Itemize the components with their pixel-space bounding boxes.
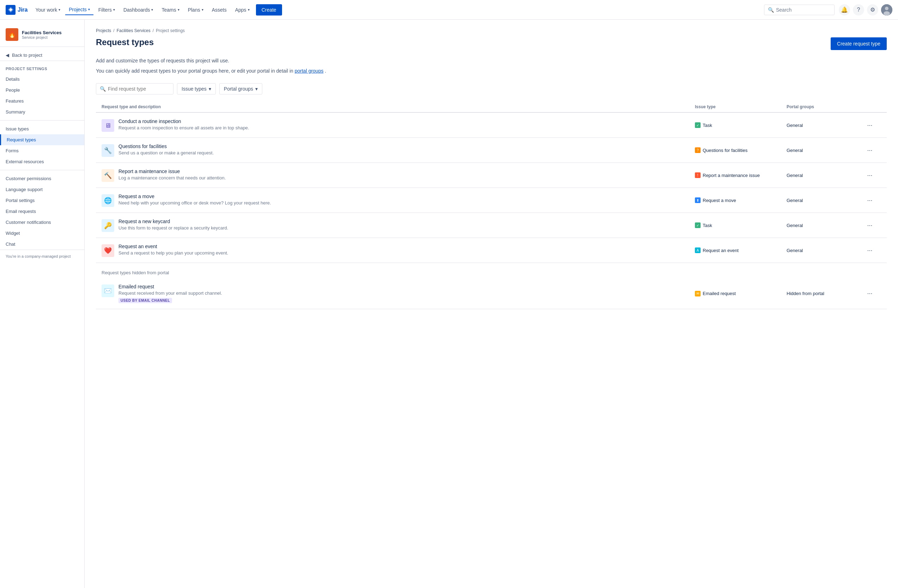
sidebar-item-chat[interactable]: Chat [0,239,84,250]
more-options-button[interactable]: ··· [864,170,875,181]
avatar-image [881,4,892,15]
page-description-1: Add and customize the types of requests … [96,57,887,64]
chevron-down-icon: ▾ [248,8,250,12]
sidebar-item-summary[interactable]: Summary [0,106,84,117]
sidebar-item-forms[interactable]: Forms [0,145,84,156]
search-request-type-input[interactable] [108,86,169,92]
issue-type-icon: ! [695,172,701,178]
sidebar-section-title: Project settings [0,64,84,74]
request-info: 🔧Questions for facilitiesSend us a quest… [101,143,695,157]
sidebar-item-widget[interactable]: Widget [0,228,84,239]
more-options-button[interactable]: ··· [864,195,875,206]
search-icon: 🔍 [768,7,774,13]
sidebar-item-language-support[interactable]: Language support [0,184,84,195]
notifications-icon[interactable]: 🔔 [839,4,850,15]
sidebar-item-request-types[interactable]: Request types [0,134,84,145]
request-text: Request a new keycardUse this form to re… [118,218,228,230]
more-options-button[interactable]: ··· [864,220,875,231]
request-title[interactable]: Questions for facilities [118,143,214,149]
sidebar-item-details[interactable]: Details [0,74,84,84]
more-options-button[interactable]: ··· [864,288,875,299]
nav-filters[interactable]: Filters ▾ [95,5,118,15]
project-name: Facilities Services [22,30,62,35]
breadcrumb-facilities[interactable]: Facilities Services [117,28,151,33]
issue-type-cell: ARequest an event [695,247,787,253]
search-icon: 🔍 [100,86,106,92]
request-info: ✉️Emailed requestRequest received from y… [101,284,695,303]
nav-plans[interactable]: Plans ▾ [185,5,207,15]
chevron-down-icon: ▾ [201,8,203,12]
breadcrumb-current: Project settings [156,28,185,33]
help-icon[interactable]: ? [853,4,864,15]
nav-apps[interactable]: Apps ▾ [232,5,253,15]
portal-group-cell: General [787,148,864,153]
sidebar-item-external-resources[interactable]: External resources [0,156,84,167]
nav-teams[interactable]: Teams ▾ [158,5,183,15]
portal-groups-link[interactable]: portal groups [295,68,324,74]
sidebar-item-customer-notifications[interactable]: Customer notifications [0,217,84,228]
request-text: Questions for facilitiesSend us a questi… [118,143,214,155]
issue-type-icon: ✓ [695,223,701,228]
sidebar-item-issue-types[interactable]: Issue types [0,123,84,134]
request-type-icon: 🖥 [101,119,114,132]
nav-dashboards[interactable]: Dashboards ▾ [120,5,157,15]
jira-logo-icon [6,5,15,15]
issue-type-icon: ⬆ [695,197,701,203]
nav-create-button[interactable]: Create [256,4,282,15]
col-actions [864,104,881,109]
main-content: Projects / Facilities Services / Project… [85,20,898,588]
sidebar-footer: You're in a company-managed project [0,250,84,263]
request-text: Request an eventSend a request to help y… [118,244,229,256]
request-type-icon: ✉️ [101,284,114,297]
request-title[interactable]: Emailed request [118,284,222,289]
project-icon: 🔥 [6,28,18,41]
request-description: Send a request to help you plan your upc… [118,250,229,256]
issue-type-label: Task [703,223,712,228]
more-options-button[interactable]: ··· [864,245,875,256]
hidden-section-label: Request types hidden from portal [96,263,887,278]
svg-point-2 [885,7,889,10]
page-title: Request types [96,37,154,47]
sidebar-item-customer-permissions[interactable]: Customer permissions [0,173,84,184]
table-row: ✉️Emailed requestRequest received from y… [96,278,887,309]
request-title[interactable]: Request a move [118,193,271,199]
sidebar-item-features[interactable]: Features [0,95,84,106]
sidebar-item-portal-settings[interactable]: Portal settings [0,195,84,206]
issue-types-filter[interactable]: Issue types ▾ [177,83,216,94]
request-type-icon: 🔨 [101,169,114,182]
create-request-type-button[interactable]: Create request type [831,37,887,50]
chevron-down-icon: ▾ [178,8,180,12]
nav-your-work[interactable]: Your work ▾ [32,5,64,15]
request-title[interactable]: Report a maintenance issue [118,169,226,174]
portal-groups-filter[interactable]: Portal groups ▾ [219,83,262,94]
sidebar-item-email-requests[interactable]: Email requests [0,206,84,217]
request-title[interactable]: Request a new keycard [118,218,228,224]
avatar[interactable] [881,4,892,15]
back-to-project[interactable]: ◀ Back to project [0,50,84,61]
issue-type-cell: ⬆Request a move [695,197,787,203]
table-row: 🌐Request a moveNeed help with your upcom… [96,188,887,213]
portal-group-cell: General [787,123,864,128]
svg-point-3 [884,11,890,15]
settings-icon[interactable]: ⚙ [867,4,878,15]
nav-logo[interactable]: Jira [6,5,28,15]
request-info: 🌐Request a moveNeed help with your upcom… [101,193,695,207]
nav-search-box[interactable]: 🔍 Search [764,5,835,15]
request-description: Send us a question or make a general req… [118,150,214,155]
layout: 🔥 Facilities Services Service project ◀ … [0,20,898,588]
more-options-button[interactable]: ··· [864,120,875,131]
request-type-icon: 🌐 [101,194,114,207]
issue-type-cell: ?Questions for facilities [695,147,787,153]
more-options-button[interactable]: ··· [864,144,875,156]
breadcrumb-projects[interactable]: Projects [96,28,111,33]
nav-projects[interactable]: Projects ▾ [65,5,94,15]
search-request-type-box[interactable]: 🔍 [96,83,174,94]
sidebar-item-people[interactable]: People [0,84,84,95]
project-type: Service project [22,35,62,40]
issue-type-icon: ✓ [695,122,701,128]
request-title[interactable]: Conduct a routine inspection [118,118,249,124]
request-info: ❤️Request an eventSend a request to help… [101,244,695,257]
request-title[interactable]: Request an event [118,244,229,249]
nav-assets[interactable]: Assets [208,5,230,15]
portal-group-cell: General [787,248,864,253]
